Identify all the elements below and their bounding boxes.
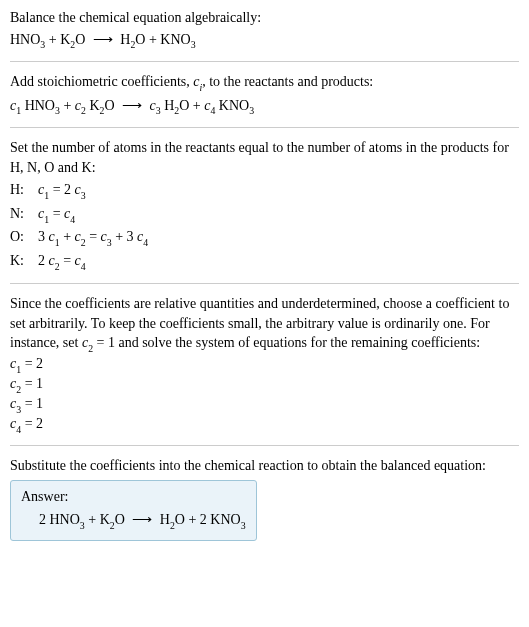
problem-title: Balance the chemical equation algebraica… — [10, 8, 519, 28]
step3-text: Since the coefficients are relative quan… — [10, 294, 519, 355]
list-item: c1 = 2 — [10, 355, 519, 375]
atom-balance-table: H: c1 = 2 c3 N: c1 = c4 O: 3 c1 + c2 = c… — [10, 179, 148, 273]
coefficient-solutions: c1 = 2 c2 = 1 c3 = 1 c4 = 2 — [10, 355, 519, 435]
balanced-equation: 2 HNO3 + K2O ⟶ H2O + 2 KNO3 — [21, 510, 246, 532]
step1-text: Add stoichiometric coefficients, ci, to … — [10, 72, 519, 94]
divider — [10, 445, 519, 446]
list-item: c2 = 1 — [10, 375, 519, 395]
list-item: c3 = 1 — [10, 395, 519, 415]
divider — [10, 283, 519, 284]
step-solve: Since the coefficients are relative quan… — [10, 294, 519, 435]
list-item: c4 = 2 — [10, 415, 519, 435]
step-atom-equations: Set the number of atoms in the reactants… — [10, 138, 519, 273]
answer-box: Answer: 2 HNO3 + K2O ⟶ H2O + 2 KNO3 — [10, 480, 257, 541]
table-row: K: 2 c2 = c4 — [10, 250, 148, 274]
table-row: N: c1 = c4 — [10, 203, 148, 227]
reaction-arrow: ⟶ — [132, 510, 152, 530]
step2-text: Set the number of atoms in the reactants… — [10, 138, 519, 177]
step-add-coefficients: Add stoichiometric coefficients, ci, to … — [10, 72, 519, 117]
equation-with-coefficients: c1 HNO3 + c2 K2O ⟶ c3 H2O + c4 KNO3 — [10, 96, 519, 118]
reaction-arrow: ⟶ — [122, 96, 142, 116]
divider — [10, 127, 519, 128]
step4-text: Substitute the coefficients into the che… — [10, 456, 519, 476]
reaction-arrow: ⟶ — [93, 30, 113, 50]
table-row: O: 3 c1 + c2 = c3 + 3 c4 — [10, 226, 148, 250]
divider — [10, 61, 519, 62]
problem-statement: Balance the chemical equation algebraica… — [10, 8, 519, 51]
step-substitute: Substitute the coefficients into the che… — [10, 456, 519, 541]
table-row: H: c1 = 2 c3 — [10, 179, 148, 203]
unbalanced-equation: HNO3 + K2O ⟶ H2O + KNO3 — [10, 30, 519, 52]
answer-label: Answer: — [21, 487, 246, 507]
